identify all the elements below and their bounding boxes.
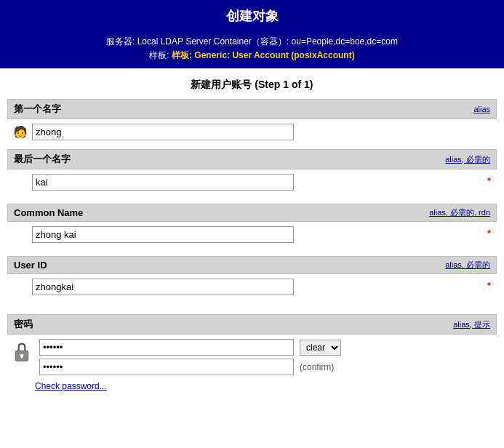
page-title: 创建对象 — [0, 0, 504, 32]
first-name-input[interactable] — [32, 124, 294, 140]
user-id-body: * — [7, 274, 497, 298]
user-id-input[interactable] — [32, 279, 294, 295]
password-header: 密码 alias, 提示 — [7, 314, 497, 335]
common-name-label: Common Name — [14, 207, 83, 218]
password-body: clear md5 sha crypt (confirm) — [7, 335, 497, 378]
server-line1: 服务器: Local LDAP Server Container（容器）: ou… — [7, 35, 497, 49]
user-id-label: User ID — [14, 260, 47, 271]
common-name-input[interactable] — [32, 226, 294, 243]
last-name-header: 最后一个名字 alias, 必需的 — [7, 149, 497, 169]
check-password-link[interactable]: Check password... — [35, 381, 107, 391]
user-id-required: * — [487, 280, 491, 291]
svg-rect-2 — [21, 356, 23, 359]
password-fields: clear md5 sha crypt (confirm) — [39, 339, 341, 375]
first-name-label: 第一个名字 — [14, 103, 61, 116]
common-name-required: * — [487, 228, 491, 239]
first-name-meta: alias — [473, 105, 490, 113]
lock-icon-col — [13, 342, 31, 362]
password-input[interactable] — [39, 339, 294, 356]
password-meta: alias, 提示 — [453, 319, 490, 330]
password-clear-dropdown[interactable]: clear md5 sha crypt — [300, 340, 341, 356]
confirm-label: (confirm) — [300, 362, 334, 372]
password-row1: clear md5 sha crypt — [39, 339, 341, 356]
password-label: 密码 — [14, 318, 33, 331]
last-name-required: * — [487, 175, 491, 186]
user-id-header: User ID alias, 必需的 — [7, 256, 497, 274]
user-id-meta: alias, 必需的 — [445, 260, 490, 271]
last-name-body: * — [7, 169, 497, 193]
common-name-body: * — [7, 222, 497, 246]
common-name-section: Common Name alias, 必需的, rdn * — [7, 204, 497, 246]
last-name-section: 最后一个名字 alias, 必需的 * — [7, 149, 497, 193]
server-info: 服务器: Local LDAP Server Container（容器）: ou… — [0, 32, 504, 68]
last-name-label: 最后一个名字 — [14, 153, 71, 166]
svg-point-3 — [20, 354, 21, 356]
last-name-input[interactable] — [32, 174, 294, 191]
first-name-header: 第一个名字 alias — [7, 99, 497, 119]
lock-icon — [13, 342, 31, 362]
server-line2: 样板: 样板: Generic: User Account (posixAcco… — [7, 49, 497, 63]
user-icon: 🧑 — [13, 125, 28, 140]
password-section: 密码 alias, 提示 c — [7, 314, 497, 391]
first-name-section: 第一个名字 alias 🧑 — [7, 99, 497, 143]
last-name-meta: alias, 必需的 — [445, 154, 490, 165]
step-title: 新建用户账号 (Step 1 of 1) — [0, 68, 504, 99]
svg-point-4 — [23, 354, 25, 356]
password-row2: (confirm) — [39, 359, 341, 375]
common-name-header: Common Name alias, 必需的, rdn — [7, 204, 497, 222]
password-confirm-input[interactable] — [39, 359, 294, 375]
common-name-meta: alias, 必需的, rdn — [429, 207, 490, 218]
first-name-body: 🧑 — [7, 119, 497, 143]
user-id-section: User ID alias, 必需的 * — [7, 256, 497, 298]
